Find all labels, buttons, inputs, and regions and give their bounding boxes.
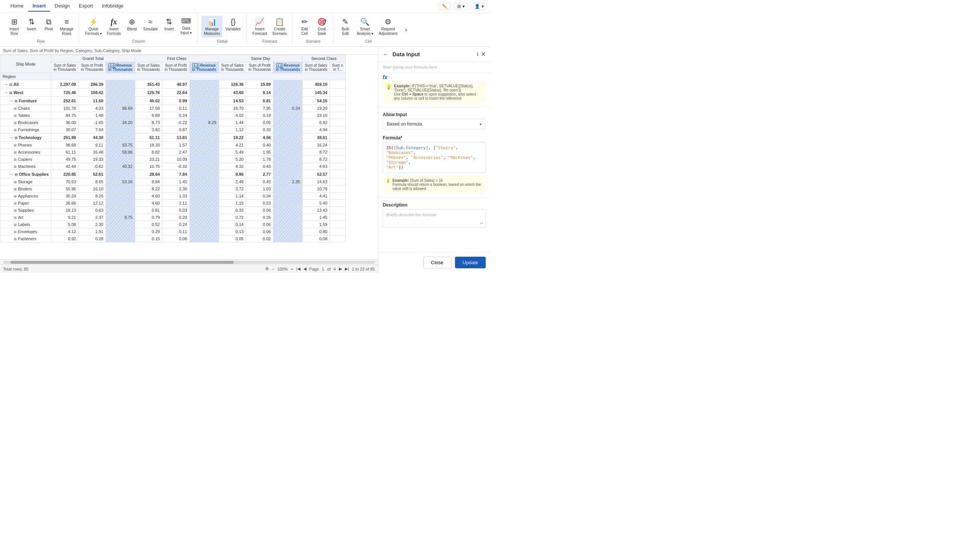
manage-rows-button[interactable]: ≡ ManageRows [58, 16, 76, 37]
bulk-edit-button[interactable]: ✎ BulkEdit [337, 16, 353, 37]
formula-hint: Start typing your formula here... [378, 62, 490, 73]
insert-row-button[interactable]: ⊞ InsertRow [6, 16, 22, 37]
data-cell: 0.72 [219, 214, 246, 221]
data-cell: 26.66 [51, 200, 79, 207]
data-cell: 9.86 [219, 170, 246, 179]
data-cell: 2.30 [78, 221, 106, 228]
blend-button[interactable]: ⊕ Blend [124, 16, 140, 33]
user-button[interactable]: 👤▾ [471, 3, 487, 10]
manage-measures-button[interactable]: 📊 ManageMeasures [202, 16, 223, 37]
data-cell: 0.43 [246, 163, 274, 170]
data-cell [189, 179, 219, 185]
update-button[interactable]: Update [455, 257, 486, 268]
table-container[interactable]: Ship Mode Grand Total First Class Same D… [0, 55, 378, 259]
row-label-cell: ⊞Chairs [0, 105, 51, 112]
quick-formula-button[interactable]: ⚡ QuickFormula ▾ [83, 16, 104, 37]
simulate-button[interactable]: ≈ Simulate [141, 16, 160, 33]
ribbon-group-scenario-label: Scenario [306, 38, 321, 44]
data-cell: 13.43 [302, 207, 330, 214]
bulb1-icon: 💡 [386, 84, 392, 101]
data-cell: 4.60 [135, 200, 162, 207]
data-cell [106, 133, 135, 142]
data-cell [330, 105, 346, 112]
page-next-button[interactable]: ▶ [339, 267, 342, 271]
panel-close-button[interactable]: ✕ [481, 51, 486, 58]
row-label-cell: →⊟Office Supplies [0, 170, 51, 179]
pivot-button[interactable]: ⧉ Pivot [40, 16, 57, 33]
settings-icon[interactable]: ⚙ [265, 267, 269, 271]
row-label-cell: ⊞Paper [0, 200, 51, 207]
data-cell: 0.04 [246, 207, 274, 214]
table-row: →⊟West725.46108.42129.7622.6443.608.1414… [0, 88, 346, 97]
data-input-button[interactable]: ⌨ DataInput ▾ [178, 16, 194, 37]
status-bar: Total rows: 85 ⚙ − 100% + |◀ ◀ Page 1 of… [0, 265, 378, 273]
page-prev-button[interactable]: ◀ [303, 267, 306, 271]
variables-button[interactable]: {} Variables [223, 16, 243, 33]
invert2-button[interactable]: ⇅ Invert [161, 16, 177, 33]
sc-sum-sales-header: Sum of Salesin Thousands [302, 62, 330, 73]
data-cell: 286.39 [78, 80, 106, 88]
allow-input-select[interactable]: Based on formula ▾ [383, 119, 486, 129]
data-cell [330, 88, 346, 97]
request-adjustment-button[interactable]: ⚙ RequestAdjustment [376, 16, 399, 37]
layout-button[interactable]: ✏️ [439, 3, 451, 10]
insert-forecast-button[interactable]: 📈 InsertForecast [250, 16, 269, 37]
row-label-cell: ⊞Furnishings [0, 126, 51, 133]
panel-back-button[interactable]: ← [383, 51, 389, 58]
quick-formula-icon: ⚡ [89, 17, 98, 26]
allow-input-label: Allow Input [383, 112, 486, 117]
data-cell: 1.59 [302, 221, 330, 228]
insert-formula-button[interactable]: fx InsertFormula [105, 16, 123, 37]
goal-seek-button[interactable]: 🎯 GoalSeek [313, 16, 330, 37]
ribbon-group-cell: ✎ BulkEdit 🔍 SmartAnalysis ▾ ⚙ RequestAd… [334, 14, 402, 44]
row-label-cell: →⊟All [0, 80, 51, 88]
panel-footer: Close Update [378, 252, 490, 273]
formula-keyword-in: IN [386, 145, 391, 150]
row-label-cell: →⊟West [0, 88, 51, 97]
horizontal-scrollbar[interactable] [0, 259, 378, 265]
data-cell: 61.11 [51, 149, 79, 156]
row-label-cell: ⊞Copiers [0, 156, 51, 163]
tab-insert[interactable]: Insert [28, 1, 50, 12]
tab-design[interactable]: Design [50, 1, 74, 12]
data-cell: 13.81 [162, 133, 189, 142]
description-input[interactable]: Briefly describe the formula ✏ [383, 209, 486, 228]
row-label-cell: ⊞Envelopes [0, 228, 51, 235]
page-current: 1 [322, 267, 324, 271]
data-cell [189, 97, 219, 105]
data-cell [106, 235, 135, 243]
data-cell: 40.02 [135, 97, 162, 105]
zoom-out-button[interactable]: − [272, 267, 274, 271]
manage-measures-icon: 📊 [207, 17, 217, 26]
data-cell: 0.19 [246, 112, 274, 119]
tab-export[interactable]: Export [75, 1, 98, 12]
view-button[interactable]: ⊞▾ [454, 3, 468, 10]
formula-input[interactable]: IN([Sub-Category], ["Chairs", "Bookcases… [383, 142, 486, 173]
data-cell [106, 80, 135, 88]
row-label-cell: →⊟Furniture [0, 97, 51, 105]
ribbon-group-scenario: ✏ EditCell 🎯 GoalSeek Scenario [293, 14, 333, 44]
zoom-in-button[interactable]: + [291, 267, 293, 271]
data-cell: 10.79 [302, 185, 330, 193]
data-cell: 43.60 [219, 88, 246, 97]
page-first-button[interactable]: |◀ [296, 267, 300, 271]
data-cell: 0.87 [162, 126, 189, 133]
invert-button[interactable]: ⇅ Invert [23, 16, 40, 33]
data-cell: -0.32 [162, 163, 189, 170]
tab-home[interactable]: Home [6, 1, 28, 12]
create-scenario-button[interactable]: 📋 CreateScenario [270, 16, 289, 37]
ribbon-expand-button[interactable]: › [403, 24, 409, 35]
edit-cell-button[interactable]: ✏ EditCell [296, 16, 313, 37]
data-cell: 9.89 [135, 112, 162, 119]
data-cell: 0.52 [135, 221, 162, 228]
data-cell: 1.45 [302, 214, 330, 221]
table-row: ⊞Labels5.082.300.520.240.140.061.59 [0, 221, 346, 228]
sd-sum-sales-header: Sum of Salesin Thousands [219, 62, 246, 73]
data-cell: 8.82 [135, 149, 162, 156]
chevron-down-icon: ▾ [480, 122, 482, 126]
page-last-button[interactable]: ▶| [345, 267, 349, 271]
tab-infobridge[interactable]: Infobridge [97, 1, 128, 12]
data-cell [189, 185, 219, 193]
smart-analysis-button[interactable]: 🔍 SmartAnalysis ▾ [354, 16, 375, 37]
close-button[interactable]: Close [423, 257, 451, 268]
